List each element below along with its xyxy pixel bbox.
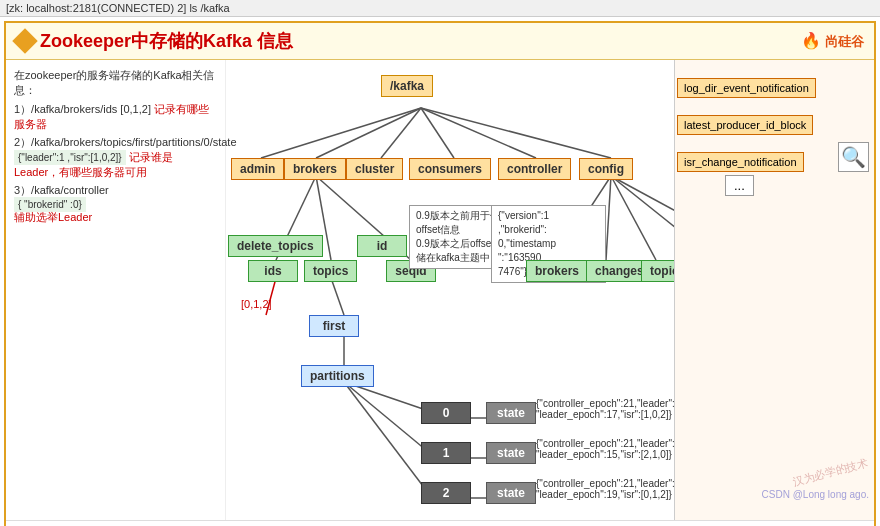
csdn-label: CSDN @Long long ago. <box>762 489 869 500</box>
node-controller: controller <box>498 158 571 180</box>
root-node: /kafka <box>381 75 433 97</box>
node-id: id <box>357 235 407 257</box>
svg-line-19 <box>606 176 611 260</box>
node-brokers: brokers <box>284 158 346 180</box>
graph-area: /kafka admin brokers cluster consumers c… <box>226 60 674 520</box>
node-part-1: 1 <box>421 442 471 464</box>
node-state-1: state <box>486 442 536 464</box>
svg-line-0 <box>261 108 421 158</box>
node-admin: admin <box>231 158 284 180</box>
item-1: 1）/kafka/brokers/ids [0,1,2] 记录有哪些服务器 <box>14 102 217 132</box>
item-3: 3）/kafka/controller { "brokerid" :0} 辅助选… <box>14 183 217 225</box>
node-part-0: 0 <box>421 402 471 424</box>
bottom-label: 分布式开发流程 <box>6 520 874 526</box>
node-part-2: 2 <box>421 482 471 504</box>
svg-line-13 <box>344 382 426 450</box>
svg-line-20 <box>611 176 656 260</box>
diamond-icon <box>12 28 37 53</box>
right-panel: log_dir_event_notification latest_produc… <box>674 60 874 520</box>
svg-line-2 <box>381 108 421 158</box>
magnify-icon[interactable]: 🔍 <box>838 142 869 172</box>
node-ids: ids <box>248 260 298 282</box>
left-panel: 在zookeeper的服务端存储的Kafka相关信息： 1）/kafka/bro… <box>6 60 226 520</box>
node-consumers: consumers <box>409 158 491 180</box>
watermark: 汉为必学的技术 <box>791 455 869 489</box>
svg-line-4 <box>421 108 536 158</box>
node-isr-change: isr_change_notification <box>677 152 804 172</box>
header: Zookeeper中存储的Kafka 信息 🔥 尚硅谷 <box>6 23 874 60</box>
top-bar: [zk: localhost:2181(CONNECTED) 2] ls /ka… <box>0 0 880 17</box>
svg-line-1 <box>316 108 421 158</box>
node-topics: topics <box>304 260 357 282</box>
node-delete-topics: delete_topics <box>228 235 323 257</box>
node-state-0: state <box>486 402 536 424</box>
content-area: 在zookeeper的服务端存储的Kafka相关信息： 1）/kafka/bro… <box>6 60 874 520</box>
logo: 🔥 尚硅谷 <box>801 31 864 51</box>
main-container: Zookeeper中存储的Kafka 信息 🔥 尚硅谷 在zookeeper的服… <box>4 21 876 526</box>
svg-line-10 <box>331 278 344 315</box>
svg-line-5 <box>421 108 611 158</box>
header-title: Zookeeper中存储的Kafka 信息 <box>16 29 293 53</box>
node-log-dir: log_dir_event_notification <box>677 78 816 98</box>
node-partitions: partitions <box>301 365 374 387</box>
node-cluster: cluster <box>346 158 403 180</box>
node-config-brokers: brokers <box>526 260 588 282</box>
item-2: 2）/kafka/brokers/topics/first/partitions… <box>14 135 217 180</box>
more-button[interactable]: ... <box>725 175 754 196</box>
node-config: config <box>579 158 633 180</box>
node-latest-producer: latest_producer_id_block <box>677 115 813 135</box>
node-first: first <box>309 315 359 337</box>
svg-line-14 <box>344 382 426 490</box>
node-state-2: state <box>486 482 536 504</box>
svg-line-3 <box>421 108 454 158</box>
ids-value: [0,1,2] <box>241 298 272 310</box>
desc-text: 在zookeeper的服务端存储的Kafka相关信息： <box>14 68 217 98</box>
